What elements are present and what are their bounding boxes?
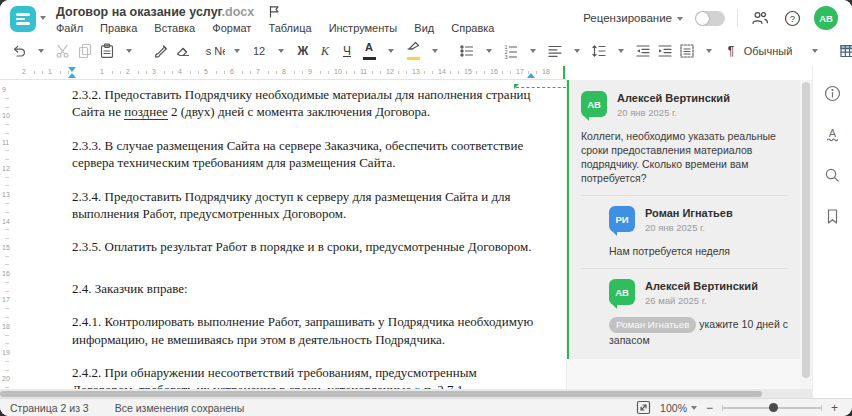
zoom-slider[interactable] bbox=[722, 407, 822, 409]
font-family-chevron-down-icon[interactable] bbox=[227, 40, 247, 62]
reply-author: Алексей Вертинский bbox=[645, 279, 788, 292]
font-family-select[interactable]: Times New ... bbox=[205, 40, 225, 62]
highlight-color-chevron-down-icon[interactable] bbox=[425, 40, 445, 62]
document-page[interactable]: 2.3.2. Предоставить Подрядчику необходим… bbox=[14, 80, 566, 389]
paragraph-borders-chevron-down-icon[interactable] bbox=[699, 40, 719, 62]
document-title-row: Договор на оказание услуг.docx bbox=[56, 5, 280, 21]
svg-text:А: А bbox=[829, 126, 837, 138]
decrease-indent-button[interactable] bbox=[633, 40, 653, 62]
menu-item-view[interactable]: Вид bbox=[414, 22, 434, 34]
increase-indent-button[interactable] bbox=[655, 40, 675, 62]
font-size-select[interactable]: 12 bbox=[249, 40, 269, 62]
review-mode-label: Рецензирование bbox=[583, 12, 672, 24]
table-button[interactable] bbox=[837, 40, 852, 62]
comment-anchor-text[interactable]: позднее bbox=[124, 104, 167, 120]
bold-button[interactable]: Ж bbox=[293, 40, 313, 62]
flag-icon[interactable] bbox=[268, 5, 280, 21]
menu-item-edit[interactable]: Правка bbox=[100, 22, 137, 34]
zoom-slider-thumb[interactable] bbox=[769, 403, 778, 412]
font-size-chevron-down-icon[interactable] bbox=[271, 40, 291, 62]
undo-chevron-down-icon[interactable] bbox=[31, 40, 51, 62]
fit-width-icon[interactable] bbox=[635, 400, 651, 416]
document-text: 2.3.2. Предоставить Подрядчику необходим… bbox=[72, 86, 537, 389]
paragraph-2-3-3[interactable]: 2.3.3. В случае размещения Сайта на серв… bbox=[72, 137, 537, 172]
paragraph-2-4[interactable]: 2.4. Заказчик вправе: bbox=[72, 280, 537, 297]
app-window: Договор на оказание услуг.docx Файл Прав… bbox=[0, 0, 852, 416]
about-icon[interactable] bbox=[822, 82, 844, 104]
font-family-value: Times New ... bbox=[205, 45, 225, 57]
vertical-scrollbar-thumb[interactable] bbox=[802, 82, 810, 378]
users-icon[interactable] bbox=[750, 8, 770, 28]
reply-date: 26 май 2025 г. bbox=[645, 295, 788, 306]
underline-button[interactable]: Ч bbox=[337, 40, 357, 62]
bookmark-icon[interactable] bbox=[822, 205, 844, 227]
spellcheck-icon[interactable]: А bbox=[822, 123, 844, 145]
align-chevron-down-icon[interactable] bbox=[567, 40, 587, 62]
menu-item-tools[interactable]: Инструменты bbox=[329, 22, 398, 34]
paragraph-style-chevron-down-icon[interactable] bbox=[805, 40, 825, 62]
svg-text:?: ? bbox=[789, 13, 794, 24]
zoom-value-select[interactable]: 100% bbox=[660, 402, 697, 414]
logo-chevron-down-icon[interactable] bbox=[40, 16, 46, 20]
comment-card[interactable]: АВ Алексей Вертинский 20 янв 2025 г. Кол… bbox=[567, 80, 800, 359]
paste-button[interactable] bbox=[97, 40, 117, 62]
show-paragraph-marks-button[interactable]: ¶ bbox=[721, 40, 741, 62]
numbered-list-button[interactable]: 123 bbox=[501, 40, 521, 62]
font-color-button[interactable]: А bbox=[359, 40, 379, 62]
paragraph-style-value: Обычный bbox=[744, 45, 793, 57]
menu-item-table[interactable]: Таблица bbox=[268, 22, 311, 34]
review-mode-button[interactable]: Рецензирование bbox=[583, 12, 683, 24]
clear-style-button[interactable] bbox=[173, 40, 193, 62]
paragraph-2-3-4[interactable]: 2.3.4. Предоставить Подрядчику доступ к … bbox=[72, 188, 537, 223]
undo-button[interactable] bbox=[9, 40, 29, 62]
status-bar: Страница 2 из 3 Все изменения сохранены … bbox=[0, 398, 852, 416]
comment-reply[interactable]: РИ Роман Игнатьев 20 янв 2025 г. Нам пот… bbox=[609, 206, 788, 258]
comment-date: 20 янв 2025 г. bbox=[617, 107, 788, 118]
paste-chevron-down-icon[interactable] bbox=[119, 40, 139, 62]
menu-bar: Файл Правка Вставка Формат Таблица Инстр… bbox=[56, 22, 508, 34]
paragraph-2-3-2[interactable]: 2.3.2. Предоставить Подрядчику необходим… bbox=[72, 86, 537, 121]
menu-item-insert[interactable]: Вставка bbox=[154, 22, 195, 34]
horizontal-scrollbar[interactable] bbox=[0, 389, 812, 398]
bullet-list-button[interactable] bbox=[457, 40, 477, 62]
paragraph-2-3-5[interactable]: 2.3.5. Оплатить результат Работ в порядк… bbox=[72, 238, 537, 255]
user-avatar[interactable]: АВ bbox=[814, 6, 838, 30]
align-left-button[interactable] bbox=[545, 40, 565, 62]
paragraph-style-select[interactable]: Обычный bbox=[758, 40, 778, 62]
avatar-initials: АВ bbox=[615, 287, 629, 298]
menu-item-format[interactable]: Формат bbox=[212, 22, 251, 34]
mention-chip[interactable]: Роман Игнатьев bbox=[609, 317, 696, 333]
search-icon[interactable] bbox=[822, 164, 844, 186]
format-painter-button[interactable] bbox=[151, 40, 171, 62]
paragraph-borders-button[interactable] bbox=[677, 40, 697, 62]
vertical-ruler[interactable]: 91011121314151617181920 bbox=[0, 80, 15, 389]
highlight-color-button[interactable] bbox=[403, 40, 423, 62]
page-number-label[interactable]: Страница 2 из 3 bbox=[10, 402, 89, 414]
cut-button[interactable] bbox=[53, 40, 73, 62]
copy-button[interactable] bbox=[75, 40, 95, 62]
numbered-list-chevron-down-icon[interactable] bbox=[523, 40, 543, 62]
menu-item-file[interactable]: Файл bbox=[56, 22, 83, 34]
zoom-value: 100% bbox=[660, 402, 687, 414]
vertical-scrollbar[interactable] bbox=[800, 80, 812, 389]
review-toggle[interactable] bbox=[695, 11, 725, 26]
menu-item-help[interactable]: Справка bbox=[451, 22, 494, 34]
line-spacing-button[interactable] bbox=[589, 40, 609, 62]
horizontal-scrollbar-thumb[interactable] bbox=[0, 391, 762, 397]
font-color-bar bbox=[363, 57, 376, 60]
reply-author: Роман Игнатьев bbox=[645, 206, 788, 219]
avatar-blue: РИ bbox=[609, 206, 635, 232]
italic-button[interactable]: К bbox=[315, 40, 335, 62]
horizontal-ruler[interactable]: 21123456789101112131415161718 bbox=[0, 66, 566, 80]
bullet-list-chevron-down-icon[interactable] bbox=[479, 40, 499, 62]
zoom-out-button[interactable]: − bbox=[706, 402, 713, 414]
zoom-in-button[interactable]: + bbox=[831, 402, 838, 414]
toolbar: Times New ... 12 Ж К Ч А 123 bbox=[0, 36, 852, 66]
app-logo[interactable] bbox=[10, 6, 36, 32]
font-color-chevron-down-icon[interactable] bbox=[381, 40, 401, 62]
line-spacing-chevron-down-icon[interactable] bbox=[611, 40, 631, 62]
paragraph-2-4-1[interactable]: 2.4.1. Контролировать выполнение Работ, … bbox=[72, 313, 537, 348]
help-icon[interactable]: ? bbox=[782, 8, 802, 28]
paragraph-2-4-2[interactable]: 2.4.2. При обнаружении несоответствий тр… bbox=[72, 364, 537, 389]
comment-reply[interactable]: АВ Алексей Вертинский 26 май 2025 г. Ром… bbox=[609, 279, 788, 347]
